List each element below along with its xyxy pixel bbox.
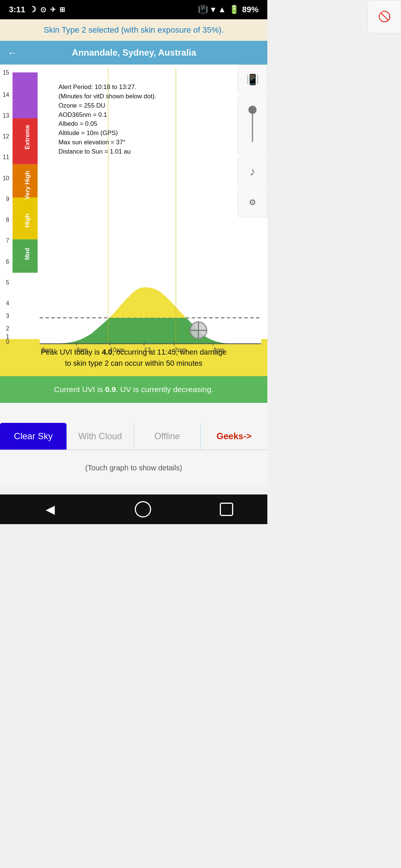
svg-rect-0 (13, 72, 38, 118)
tab-section: Clear Sky With Cloud Offline Geeks-> (0, 414, 267, 453)
vibrate-icon: 📳 (246, 73, 259, 86)
svg-text:Low: Low (24, 285, 31, 298)
uvi-svg-chart[interactable]: SUN PROTECTION REQUIRED Extreme Very Hig… (0, 68, 267, 352)
extra-icon: ⊞ (59, 6, 65, 14)
svg-text:6: 6 (6, 259, 9, 265)
slider-button[interactable] (238, 96, 267, 155)
slider-track (252, 109, 253, 142)
svg-text:Extreme: Extreme (24, 125, 31, 149)
moon-icon: ☽ (29, 5, 36, 14)
home-nav-button[interactable] (135, 501, 151, 517)
svg-text:13: 13 (3, 112, 9, 119)
status-right: 📳 ▾ ▲ 🔋 89% (198, 5, 258, 14)
svg-text:(Minutes for vitD shown below : (Minutes for vitD shown below dot). (59, 93, 156, 100)
svg-text:10: 10 (3, 175, 9, 181)
status-left: 3:11 ☽ ⊙ ✈ ⊞ (9, 5, 65, 14)
svg-text:8: 8 (6, 217, 9, 223)
recents-nav-button[interactable] (220, 503, 233, 516)
tab-offline[interactable]: Offline (134, 423, 200, 450)
svg-text:Altitude = 10m (GPS): Altitude = 10m (GPS) (59, 129, 118, 137)
battery-percent: 89% (242, 5, 258, 14)
svg-text:12: 12 (3, 133, 9, 139)
status-bar: 3:11 ☽ ⊙ ✈ ⊞ 📳 ▾ ▲ 🔋 89% (0, 0, 267, 19)
status-time: 3:11 (9, 5, 25, 14)
svg-text:Very High: Very High (24, 171, 31, 200)
tab-row: Clear Sky With Cloud Offline Geeks-> (0, 423, 267, 450)
chrome-icon: ⊙ (40, 5, 46, 14)
svg-text:14: 14 (3, 92, 9, 98)
svg-text:8am: 8am (76, 347, 88, 352)
hint-text: (Touch graph to show details) (0, 453, 267, 487)
svg-text:6am: 6am (42, 347, 53, 352)
battery-icon: 🔋 (229, 5, 239, 14)
svg-text:Max sun elevation = 37°: Max sun elevation = 37° (59, 139, 126, 146)
svg-text:4: 4 (6, 300, 9, 306)
back-button[interactable]: ← (7, 47, 17, 59)
svg-text:2pm: 2pm (174, 347, 186, 352)
location-header: ← Annandale, Sydney, Australia (0, 41, 267, 65)
tab-with-cloud[interactable]: With Cloud (67, 423, 133, 450)
svg-text:3: 3 (6, 313, 9, 319)
svg-text:5: 5 (6, 279, 9, 286)
vibrate-button[interactable]: 📳 (238, 65, 267, 94)
location-title: Annandale, Sydney, Australia (23, 47, 245, 58)
svg-text:7: 7 (6, 237, 9, 244)
current-uvi-banner: Current UVI is 0.9. UV is currently decr… (0, 376, 267, 403)
back-nav-button[interactable]: ◀ (35, 499, 66, 520)
slider-knob (248, 106, 257, 114)
svg-text:0: 0 (6, 339, 9, 345)
side-buttons: 📳 ♪ ⚙ (238, 65, 267, 217)
svg-text:High: High (24, 214, 31, 227)
svg-text:Distance to Sun = 1.01 au: Distance to Sun = 1.01 au (59, 148, 131, 155)
wifi-icon: ▾ (211, 5, 215, 14)
svg-text:Albedo = 0.05: Albedo = 0.05 (59, 120, 98, 127)
svg-text:15: 15 (3, 69, 9, 76)
svg-text:10am: 10am (110, 347, 124, 352)
vibrate-icon: 📳 (198, 5, 208, 14)
svg-text:AOD365nm = 0.1: AOD365nm = 0.1 (59, 111, 107, 118)
filter-button[interactable]: ⚙ (238, 188, 267, 217)
filter-icon: ⚙ (249, 198, 256, 207)
svg-text:12: 12 (144, 347, 151, 352)
uvi-chart-container[interactable]: 📳 ♪ ⚙ SUN PROTECTION REQUIRED Extreme Ve (0, 65, 267, 339)
tab-geeks[interactable]: Geeks-> (201, 423, 267, 450)
svg-text:11: 11 (3, 154, 9, 160)
signal-icon: ✈ (50, 6, 56, 14)
note-button[interactable]: ♪ (238, 157, 267, 186)
svg-rect-31 (108, 68, 108, 344)
svg-text:Ozone = 255 DU: Ozone = 255 DU (59, 102, 105, 109)
skin-type-banner: Skin Type 2 selected (with skin exposure… (0, 19, 267, 41)
svg-text:Mod: Mod (24, 248, 30, 260)
svg-text:4pm: 4pm (213, 347, 225, 352)
note-icon: ♪ (250, 165, 255, 178)
svg-rect-32 (176, 68, 176, 344)
svg-text:2: 2 (6, 325, 9, 332)
nav-bar: ◀ (0, 494, 267, 524)
signal-bars: ▲ (218, 5, 226, 14)
svg-text:Alert Period: 10:18 to 13:27.: Alert Period: 10:18 to 13:27. (59, 83, 137, 91)
tab-clear-sky[interactable]: Clear Sky (0, 423, 66, 450)
svg-text:9: 9 (6, 196, 9, 202)
